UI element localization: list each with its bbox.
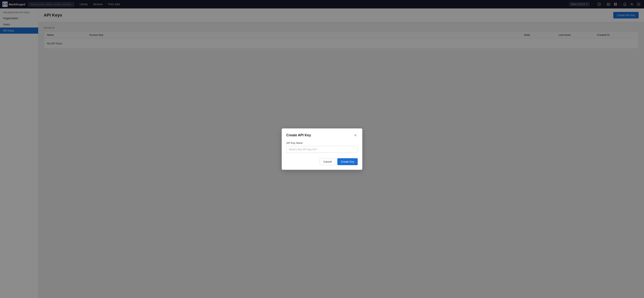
modal-close-button[interactable]: ✕ xyxy=(353,133,358,138)
cancel-button[interactable]: Cancel xyxy=(320,158,336,165)
create-key-button[interactable]: Create Key xyxy=(337,158,358,165)
api-key-name-input[interactable] xyxy=(286,146,358,153)
modal-overlay[interactable]: Create API Key ✕ API Key Name Cancel Cre… xyxy=(0,0,644,298)
api-key-name-label: API Key Name xyxy=(286,141,358,144)
modal-footer: Cancel Create Key xyxy=(286,158,358,165)
create-api-key-modal: Create API Key ✕ API Key Name Cancel Cre… xyxy=(282,128,362,170)
modal-header: Create API Key ✕ xyxy=(286,133,358,138)
modal-title: Create API Key xyxy=(286,133,311,137)
